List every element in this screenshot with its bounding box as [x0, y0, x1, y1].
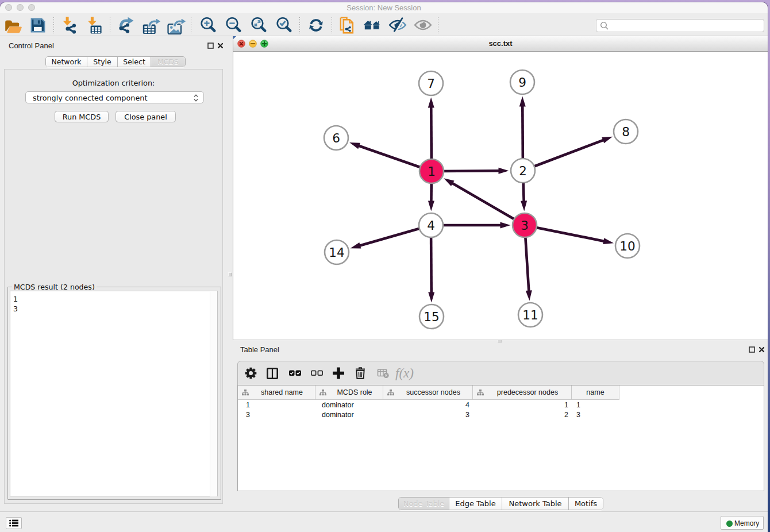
node-4[interactable]: 4 — [419, 213, 443, 237]
close-panel-button[interactable]: Close panel — [116, 111, 176, 122]
close-table-panel-icon[interactable] — [759, 346, 765, 353]
split-view-icon[interactable] — [267, 368, 277, 378]
combo-value: strongly connected component — [33, 94, 147, 102]
edge-3-10[interactable] — [525, 225, 614, 244]
memory-label: Memory — [734, 519, 759, 527]
tab-network-table[interactable]: Network Table — [502, 498, 569, 510]
table-settings-icon[interactable] — [245, 368, 257, 379]
refresh-icon[interactable] — [309, 20, 323, 30]
node-label: 3 — [521, 218, 529, 233]
node-11[interactable]: 11 — [518, 303, 542, 327]
close-panel-icon[interactable] — [217, 43, 224, 49]
search-input[interactable] — [609, 20, 761, 31]
delete-table-icon[interactable] — [378, 369, 389, 378]
tab-mcds[interactable]: MCDS — [151, 57, 185, 67]
node-8[interactable]: 8 — [614, 119, 638, 144]
new-network-from-selection-icon[interactable] — [341, 18, 353, 33]
import-network-icon[interactable] — [63, 17, 76, 34]
edge-3-1[interactable] — [444, 178, 525, 225]
mcds-result-textarea[interactable]: 1 3 — [10, 291, 218, 496]
zoom-in-icon[interactable] — [202, 18, 215, 31]
table-cell[interactable]: 1 — [473, 400, 568, 410]
zoom-fit-icon[interactable] — [252, 18, 265, 31]
node-10[interactable]: 10 — [615, 234, 640, 258]
node-14[interactable]: 14 — [325, 240, 349, 264]
node-label: 7 — [427, 76, 435, 91]
toolbar-separator — [110, 17, 110, 34]
result-scrollbar[interactable] — [210, 292, 217, 496]
float-table-panel-icon[interactable] — [749, 346, 755, 353]
function-builder-icon[interactable]: f(x) — [395, 366, 414, 380]
node-label: 2 — [519, 164, 527, 178]
shared-column-icon — [387, 390, 394, 396]
main-toolbar — [0, 13, 768, 36]
node-15[interactable]: 15 — [419, 304, 444, 329]
save-session-icon[interactable] — [31, 18, 45, 33]
toolbar-separator — [332, 17, 332, 34]
vertical-splitter-handle[interactable] — [228, 272, 232, 276]
column-header-MCDS-role[interactable]: MCDS role — [315, 385, 383, 400]
task-history-button[interactable] — [6, 517, 22, 529]
node-label: 6 — [332, 131, 340, 145]
column-header-name[interactable]: name — [572, 385, 619, 400]
node-6[interactable]: 6 — [324, 126, 348, 150]
tab-network[interactable]: Network — [46, 57, 87, 67]
table-cell[interactable]: 2 — [473, 410, 568, 419]
column-header-shared-name[interactable]: shared name — [238, 385, 315, 400]
hide-selected-icon[interactable] — [390, 18, 406, 32]
tab-edge-table[interactable]: Edge Table — [449, 498, 502, 510]
tab-select[interactable]: Select — [118, 57, 151, 67]
node-label: 1 — [428, 164, 436, 179]
table-toolbar-icons: f(x) — [238, 362, 433, 385]
table-cell[interactable]: dominator — [322, 410, 382, 419]
table-cell[interactable]: dominator — [322, 400, 382, 410]
add-column-icon[interactable] — [333, 368, 344, 379]
toolbar-separator — [53, 17, 54, 34]
select-all-icon[interactable] — [289, 371, 301, 376]
table-cell[interactable]: 1 — [576, 400, 616, 410]
network-canvas[interactable]: 7968124314101511 — [233, 52, 768, 340]
zoom-selected-icon[interactable] — [278, 18, 291, 31]
node-3[interactable]: 3 — [513, 213, 537, 237]
open-session-icon[interactable] — [5, 20, 22, 33]
network-window-title: scc.txt — [233, 39, 768, 48]
node-label: 14 — [329, 245, 344, 260]
edge-2-8[interactable] — [523, 137, 613, 171]
zoom-out-icon[interactable] — [227, 18, 240, 31]
first-neighbors-icon[interactable] — [364, 21, 381, 29]
tab-node-table[interactable]: Node Table — [399, 498, 449, 510]
node-1[interactable]: 1 — [419, 159, 444, 183]
node-9[interactable]: 9 — [510, 70, 534, 94]
export-network-icon[interactable] — [119, 17, 133, 33]
network-window-titlebar: scc.txt — [233, 36, 768, 52]
column-header-predecessor-nodes[interactable]: predecessor nodes — [473, 385, 572, 400]
float-panel-icon[interactable] — [207, 43, 214, 49]
column-header-successor-nodes[interactable]: successor nodes — [383, 385, 473, 400]
toolbar-separator — [191, 17, 191, 34]
column-label: MCDS role — [326, 388, 383, 396]
run-mcds-button[interactable]: Run MCDS — [55, 111, 109, 122]
export-table-icon[interactable] — [143, 18, 161, 34]
tab-motifs[interactable]: Motifs — [569, 498, 603, 510]
memory-button[interactable]: Memory — [721, 516, 764, 530]
search-field[interactable] — [596, 19, 764, 32]
table-cell[interactable]: 4 — [383, 400, 469, 410]
network-graph: 7968124314101511 — [233, 52, 768, 340]
mcds-result-lines: 1 3 — [13, 295, 18, 314]
node-2[interactable]: 2 — [511, 159, 535, 183]
table-cell[interactable]: 3 — [383, 410, 469, 419]
node-7[interactable]: 7 — [419, 71, 443, 95]
tab-style[interactable]: Style — [87, 57, 118, 67]
show-all-icon[interactable] — [415, 21, 431, 29]
edge-1-6[interactable] — [349, 142, 432, 171]
export-image-icon[interactable] — [168, 18, 187, 34]
table-panel-title: Table Panel — [240, 345, 279, 354]
optimization-criterion-select[interactable]: strongly connected component — [25, 91, 204, 103]
deselect-all-icon[interactable] — [311, 371, 322, 375]
import-table-icon[interactable] — [88, 17, 102, 34]
node-table: shared nameMCDS rolesuccessor nodesprede… — [237, 385, 764, 491]
table-cell[interactable]: 3 — [576, 410, 616, 419]
table-cell[interactable]: 3 — [246, 410, 315, 419]
table-cell[interactable]: 1 — [246, 400, 315, 410]
delete-column-icon[interactable] — [356, 368, 365, 379]
